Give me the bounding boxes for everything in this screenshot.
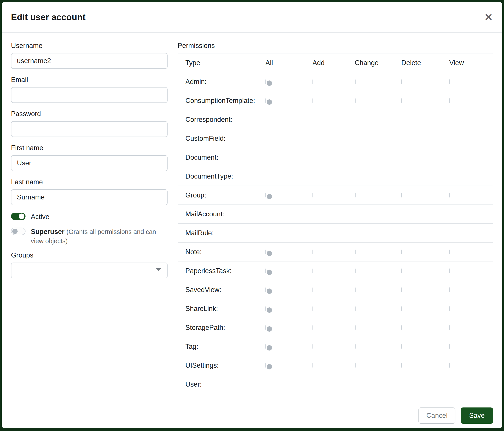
- permission-add-checkbox[interactable]: [313, 250, 313, 254]
- email-input[interactable]: [11, 87, 168, 103]
- permission-all-toggle[interactable]: [265, 325, 266, 330]
- active-label: Active: [31, 213, 49, 221]
- permission-change-checkbox[interactable]: [355, 363, 356, 368]
- permission-change-checkbox[interactable]: [355, 98, 356, 103]
- permission-change-checkbox[interactable]: [355, 250, 356, 254]
- permission-row: SavedView:: [178, 280, 493, 299]
- groups-select[interactable]: [11, 262, 168, 278]
- permission-view-checkbox[interactable]: [449, 363, 450, 368]
- column-header-all: All: [265, 59, 313, 67]
- superuser-toggle[interactable]: [11, 228, 26, 235]
- close-button[interactable]: ✕: [484, 12, 493, 22]
- permission-type-label: CustomField:: [178, 135, 265, 143]
- permission-view-checkbox[interactable]: [449, 325, 450, 330]
- permission-add-checkbox[interactable]: [313, 269, 313, 273]
- chevron-down-icon: [156, 268, 161, 271]
- permission-view-checkbox[interactable]: [449, 98, 450, 103]
- toggle-knob: [267, 364, 272, 369]
- password-input[interactable]: [11, 121, 168, 137]
- permission-change-checkbox[interactable]: [355, 344, 356, 349]
- toggle-knob: [259, 120, 264, 126]
- permission-all-toggle[interactable]: [265, 250, 266, 254]
- permission-delete-checkbox[interactable]: [401, 363, 402, 368]
- permission-view-checkbox[interactable]: [449, 344, 450, 349]
- last-name-input[interactable]: [11, 189, 168, 205]
- permission-delete-checkbox[interactable]: [401, 306, 402, 311]
- permission-delete-checkbox[interactable]: [401, 344, 402, 349]
- permission-type-label: UISettings:: [178, 361, 265, 369]
- permission-all-toggle[interactable]: [265, 193, 266, 198]
- permission-all-toggle[interactable]: [265, 344, 266, 349]
- permission-row: Group:: [178, 186, 493, 205]
- active-toggle[interactable]: [11, 213, 26, 220]
- permission-change-checkbox[interactable]: [355, 325, 356, 330]
- permission-change-checkbox[interactable]: [355, 269, 356, 273]
- permission-row: UISettings:: [178, 356, 493, 375]
- permissions-table-body: Admin: ConsumptionTemplate: Corresponden…: [178, 72, 493, 394]
- toggle-knob: [267, 81, 272, 86]
- permission-view-checkbox[interactable]: [449, 79, 450, 84]
- permission-add-checkbox[interactable]: [313, 325, 313, 330]
- permission-add-checkbox[interactable]: [313, 193, 313, 198]
- permission-all-toggle[interactable]: [265, 306, 266, 311]
- permission-add-checkbox[interactable]: [313, 344, 313, 349]
- first-name-input[interactable]: [11, 155, 168, 171]
- first-name-label: First name: [11, 144, 168, 152]
- permission-all-toggle[interactable]: [265, 363, 266, 368]
- toggle-knob: [259, 158, 264, 164]
- column-header-type: Type: [178, 59, 265, 67]
- permission-delete-checkbox[interactable]: [401, 98, 402, 103]
- permission-all-toggle[interactable]: [265, 269, 266, 273]
- permission-view-checkbox[interactable]: [449, 269, 450, 273]
- permission-row: CustomField:: [178, 129, 493, 148]
- permission-type-label: Correspondent:: [178, 116, 265, 124]
- permissions-table-header: Type All Add Change Delete View: [178, 54, 493, 72]
- toggle-knob: [267, 345, 272, 350]
- permission-type-label: ConsumptionTemplate:: [178, 97, 265, 105]
- permission-view-checkbox[interactable]: [449, 193, 450, 198]
- permission-add-checkbox[interactable]: [313, 287, 313, 292]
- permission-type-label: User:: [178, 380, 265, 388]
- toggle-knob: [267, 326, 272, 332]
- permission-delete-checkbox[interactable]: [401, 325, 402, 330]
- permission-add-checkbox[interactable]: [313, 363, 313, 368]
- username-input[interactable]: [11, 53, 168, 69]
- permission-add-checkbox[interactable]: [313, 306, 313, 311]
- groups-label: Groups: [11, 251, 168, 259]
- permission-add-checkbox[interactable]: [313, 98, 313, 103]
- dialog-body: Username Email Password First name Last …: [2, 33, 502, 403]
- permission-type-label: Tag:: [178, 343, 265, 350]
- permission-delete-checkbox[interactable]: [401, 287, 402, 292]
- permission-type-label: Note:: [178, 248, 265, 256]
- permission-row: Document:: [178, 148, 493, 167]
- permission-row: User:: [178, 375, 493, 394]
- permission-type-label: Group:: [178, 191, 265, 199]
- permission-view-checkbox[interactable]: [449, 306, 450, 311]
- permission-type-label: MailAccount:: [178, 210, 265, 218]
- column-header-change: Change: [355, 59, 401, 67]
- cancel-button[interactable]: Cancel: [418, 407, 456, 424]
- permission-delete-checkbox[interactable]: [401, 79, 402, 84]
- permission-add-checkbox[interactable]: [313, 79, 313, 84]
- permission-change-checkbox[interactable]: [355, 193, 356, 198]
- edit-user-dialog: Edit user account ✕ Username Email Passw…: [2, 2, 502, 428]
- permission-all-toggle[interactable]: [265, 79, 266, 84]
- permission-all-toggle[interactable]: [265, 287, 266, 292]
- permission-delete-checkbox[interactable]: [401, 250, 402, 254]
- permission-delete-checkbox[interactable]: [401, 269, 402, 273]
- permission-all-toggle[interactable]: [265, 98, 266, 103]
- email-label: Email: [11, 76, 168, 84]
- password-label: Password: [11, 110, 168, 118]
- permission-view-checkbox[interactable]: [449, 250, 450, 254]
- dialog-footer: Cancel Save: [2, 403, 502, 428]
- permission-type-label: StoragePath:: [178, 324, 265, 332]
- permission-change-checkbox[interactable]: [355, 79, 356, 84]
- permission-row: PaperlessTask:: [178, 261, 493, 280]
- toggle-knob: [12, 229, 18, 234]
- permission-change-checkbox[interactable]: [355, 306, 356, 311]
- permission-change-checkbox[interactable]: [355, 287, 356, 292]
- save-button[interactable]: Save: [461, 407, 493, 424]
- permission-delete-checkbox[interactable]: [401, 193, 402, 198]
- permission-view-checkbox[interactable]: [449, 287, 450, 292]
- permission-type-label: ShareLink:: [178, 305, 265, 313]
